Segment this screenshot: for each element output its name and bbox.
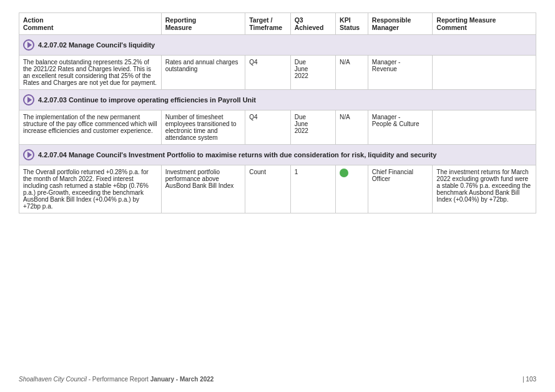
header-q3: Q3Achieved: [290, 13, 335, 35]
footer: Shoalhaven City Council - Performance Re…: [19, 376, 536, 383]
section-title-cell: 4.2.07.03 Continue to improve operating …: [19, 90, 536, 110]
cell-target: Q4: [245, 56, 290, 90]
cell-responsible: Chief Financial Officer: [368, 165, 433, 213]
footer-report-label: Performance Report: [92, 376, 150, 383]
cell-kpi: N/A: [336, 56, 368, 90]
section-icon: [23, 94, 34, 105]
section-title-cell: 4.2.07.02 Manage Council's liquidity: [19, 35, 536, 56]
cell-action: The balance outstanding represents 25.2%…: [19, 56, 162, 90]
status-dot: [340, 169, 348, 177]
cell-target: Q4: [245, 110, 290, 145]
header-measure: Reporting MeasureComment: [433, 13, 536, 35]
cell-measure: [433, 110, 536, 145]
cell-action: The implementation of the new permanent …: [19, 110, 162, 145]
section-header-row: 4.2.07.02 Manage Council's liquidity: [19, 35, 536, 56]
section-icon: [23, 39, 34, 51]
cell-responsible: Manager - Revenue: [368, 56, 433, 90]
header-reporting: ReportingMeasure: [161, 13, 245, 35]
header-target: Target /Timeframe: [245, 13, 290, 35]
table-header: ActionComment ReportingMeasure Target /T…: [19, 13, 536, 35]
cell-measure: The investment returns for March 2022 ex…: [433, 165, 536, 213]
section-header-row: 4.2.07.03 Continue to improve operating …: [19, 90, 536, 110]
cell-action: The Overall portfolio returned +0.28% p.…: [19, 165, 162, 213]
table-row: The balance outstanding represents 25.2%…: [19, 56, 536, 90]
cell-reporting: Rates and annual charges outstanding: [161, 56, 245, 90]
footer-date: January - March 2022: [150, 376, 214, 383]
footer-org: Shoalhaven City Council: [19, 376, 87, 383]
header-kpi: KPIStatus: [336, 13, 368, 35]
table-body: 4.2.07.02 Manage Council's liquidityThe …: [19, 35, 536, 213]
table-row: The implementation of the new permanent …: [19, 110, 536, 145]
footer-right: | 103: [523, 376, 536, 383]
page-container: ActionComment ReportingMeasure Target /T…: [0, 0, 555, 238]
cell-target: Count: [245, 165, 290, 213]
footer-separator: -: [87, 376, 92, 383]
cell-q3: Due June 2022: [290, 56, 335, 90]
table-row: The Overall portfolio returned +0.28% p.…: [19, 165, 536, 213]
cell-reporting: Investment portfolio performance above A…: [161, 165, 245, 213]
section-title-cell: 4.2.07.04 Manage Council's Investment Po…: [19, 145, 536, 165]
cell-q3: 1: [290, 165, 335, 213]
cell-kpi: [336, 165, 368, 213]
cell-reporting: Number of timesheet employees transition…: [161, 110, 245, 145]
cell-q3: Due June 2022: [290, 110, 335, 145]
cell-measure: [433, 56, 536, 90]
main-table: ActionComment ReportingMeasure Target /T…: [19, 12, 536, 213]
cell-kpi: N/A: [336, 110, 368, 145]
section-icon: [23, 149, 34, 160]
cell-responsible: Manager - People & Culture: [368, 110, 433, 145]
section-header-row: 4.2.07.04 Manage Council's Investment Po…: [19, 145, 536, 165]
header-action: ActionComment: [19, 13, 162, 35]
header-responsible: ResponsibleManager: [368, 13, 433, 35]
footer-left: Shoalhaven City Council - Performance Re…: [19, 376, 214, 383]
